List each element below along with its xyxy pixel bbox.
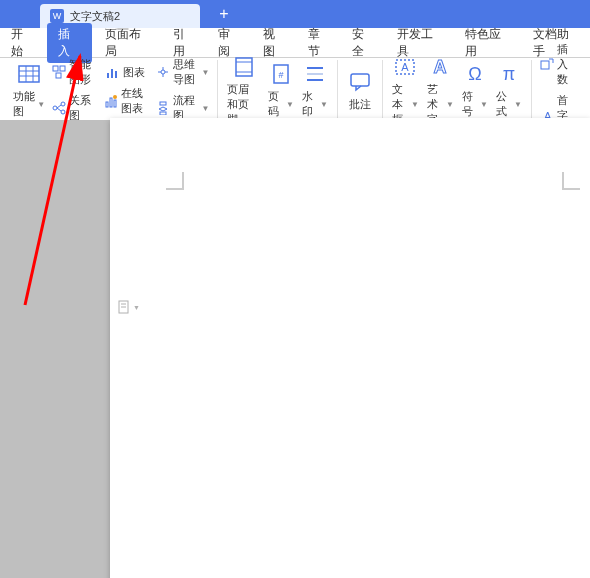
dropdown-icon: ▼ <box>37 100 45 109</box>
ribbon-group-header-footer: 页眉和页脚 # 页码▼ 水印▼ <box>218 60 338 120</box>
relation-chart-icon <box>52 100 66 116</box>
chart-label: 图表 <box>123 65 145 80</box>
wordart-button[interactable]: A 艺术字▼ <box>423 52 458 129</box>
flowchart-icon <box>156 100 170 116</box>
watermark-icon <box>302 61 328 87</box>
svg-rect-28 <box>236 58 252 76</box>
svg-point-19 <box>113 95 117 99</box>
dropdown-icon: ▼ <box>320 100 328 109</box>
menu-featured[interactable]: 特色应用 <box>454 21 522 65</box>
margin-marker-tr <box>562 172 580 190</box>
svg-point-8 <box>53 106 57 110</box>
margin-marker-tl <box>166 172 184 190</box>
svg-point-20 <box>161 70 165 74</box>
mindmap-button[interactable]: 思维导图▼ <box>153 55 212 89</box>
svg-rect-36 <box>351 74 369 86</box>
table-icon <box>16 61 42 87</box>
dropdown-icon: ▼ <box>202 104 210 113</box>
mindmap-icon <box>156 64 170 80</box>
smart-graphics-icon <box>52 64 66 80</box>
dropdown-icon: ▼ <box>480 100 488 109</box>
page-number-icon: # <box>268 61 294 87</box>
document-page[interactable]: ▼ <box>110 118 590 578</box>
pi-icon: π <box>496 61 522 87</box>
blank-page-indicator[interactable]: ▼ <box>117 300 140 314</box>
svg-rect-25 <box>160 102 166 105</box>
svg-rect-6 <box>60 66 65 71</box>
comment-icon <box>347 69 373 95</box>
svg-rect-15 <box>115 71 117 78</box>
symbol-button[interactable]: Ω 符号▼ <box>458 59 492 121</box>
svg-rect-18 <box>114 100 116 107</box>
svg-point-10 <box>61 110 65 114</box>
svg-rect-42 <box>541 61 549 69</box>
menu-start[interactable]: 开始 <box>0 21 45 65</box>
svg-marker-26 <box>159 107 167 111</box>
header-footer-icon <box>231 54 257 80</box>
insert-number-button[interactable]: 插入数 <box>537 40 581 89</box>
ribbon-group-more: 插入数 A 首字下 <box>532 60 586 120</box>
svg-rect-17 <box>110 98 112 107</box>
document-canvas[interactable]: ▼ <box>0 120 590 578</box>
dropdown-icon: ▼ <box>514 100 522 109</box>
insert-number-label: 插入数 <box>557 42 578 87</box>
symbol-label: 符号 <box>462 89 478 119</box>
svg-rect-7 <box>56 73 61 78</box>
word-doc-icon: W <box>50 9 64 23</box>
insert-icon <box>540 57 554 73</box>
mindmap-label: 思维导图 <box>173 57 199 87</box>
ribbon-group-insert-graphics: 功能图▼ 智能图形 关系图 图表 在线图表 <box>4 60 218 120</box>
function-chart-button[interactable]: 功能图▼ <box>9 59 49 121</box>
watermark-button[interactable]: 水印▼ <box>298 59 332 121</box>
menu-page-layout[interactable]: 页面布局 <box>94 21 162 65</box>
page-icon <box>117 300 131 314</box>
svg-line-12 <box>57 108 61 111</box>
dropdown-icon: ▼ <box>446 100 454 109</box>
online-chart-label: 在线图表 <box>121 86 150 116</box>
chart-icon <box>104 64 120 80</box>
online-chart-icon <box>104 93 118 109</box>
menu-bar: 开始 插入 页面布局 引用 审阅 视图 章节 安全 开发工具 特色应用 文档助手 <box>0 28 590 58</box>
dropdown-icon: ▼ <box>202 68 210 77</box>
online-chart-button[interactable]: 在线图表 <box>101 84 153 118</box>
svg-text:#: # <box>278 70 283 80</box>
svg-text:A: A <box>434 57 447 77</box>
relation-chart-label: 关系图 <box>69 93 98 123</box>
smart-graphics-label: 智能图形 <box>69 57 98 87</box>
svg-rect-16 <box>106 102 108 107</box>
page-number-button[interactable]: # 页码▼ <box>264 59 298 121</box>
svg-rect-0 <box>19 66 39 82</box>
dropdown-icon: ▼ <box>133 304 140 311</box>
wordart-icon: A <box>427 54 453 80</box>
menu-security[interactable]: 安全 <box>341 21 386 65</box>
smart-graphics-button[interactable]: 智能图形 <box>49 55 101 89</box>
svg-line-11 <box>57 105 61 108</box>
ribbon-group-comments: 批注 <box>338 60 383 120</box>
svg-text:Ω: Ω <box>468 64 481 84</box>
page-number-label: 页码 <box>268 89 284 119</box>
dropdown-icon: ▼ <box>411 100 419 109</box>
textbox-icon: A <box>392 54 418 80</box>
svg-point-9 <box>61 102 65 106</box>
ribbon: 功能图▼ 智能图形 关系图 图表 在线图表 <box>0 58 590 120</box>
menu-chapter[interactable]: 章节 <box>297 21 342 65</box>
omega-icon: Ω <box>462 61 488 87</box>
chart-button[interactable]: 图表 <box>101 62 153 82</box>
comment-label: 批注 <box>349 97 371 112</box>
comment-button[interactable]: 批注 <box>343 67 377 114</box>
equation-label: 公式 <box>496 89 512 119</box>
equation-button[interactable]: π 公式▼ <box>492 59 526 121</box>
header-footer-button[interactable]: 页眉和页脚 <box>223 52 264 129</box>
function-chart-label: 功能图 <box>13 89 35 119</box>
svg-rect-5 <box>53 66 58 71</box>
ribbon-group-text: A 文本框▼ A 艺术字▼ Ω 符号▼ π 公式▼ <box>383 60 532 120</box>
dropdown-icon: ▼ <box>286 100 294 109</box>
svg-text:A: A <box>402 61 410 73</box>
svg-rect-27 <box>160 112 166 115</box>
textbox-button[interactable]: A 文本框▼ <box>388 52 423 129</box>
svg-text:π: π <box>503 64 515 84</box>
svg-rect-13 <box>107 73 109 78</box>
svg-rect-14 <box>111 69 113 78</box>
watermark-label: 水印 <box>302 89 318 119</box>
